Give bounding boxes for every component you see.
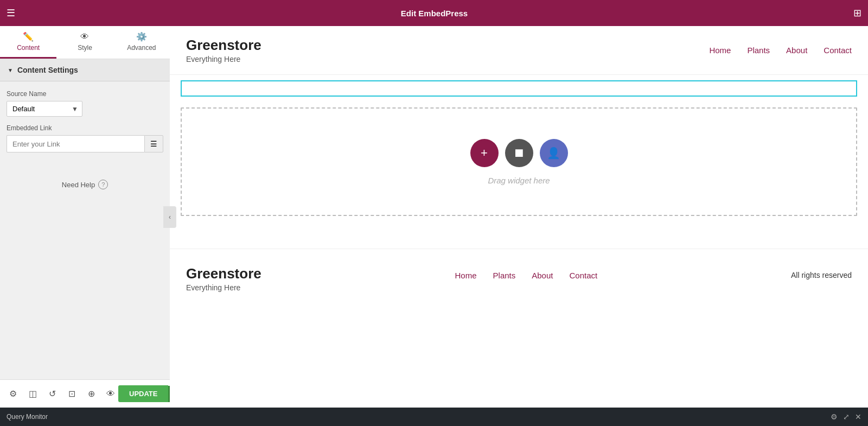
bottom-icons: ⚙ ◫ ↺ ⊡ ⊕ 👁 xyxy=(5,386,118,402)
topbar-title: Edit EmbedPress xyxy=(401,9,468,18)
section-chevron-icon: ▼ xyxy=(8,67,13,73)
right-canvas: Greenstore Everything Here Home Plants A… xyxy=(170,26,868,408)
widget-area[interactable]: + ⏹ 👤 Drag widget here xyxy=(181,107,857,216)
footer-nav-about[interactable]: About xyxy=(532,271,553,280)
qm-settings-icon[interactable]: ⚙ xyxy=(831,412,838,421)
top-bar: ☰ Edit EmbedPress ⊞ xyxy=(0,0,868,26)
footer-nav-plants[interactable]: Plants xyxy=(493,271,516,280)
history-icon[interactable]: ↺ xyxy=(44,386,60,402)
advanced-tab-label: Advanced xyxy=(127,44,156,52)
style-tab-label: Style xyxy=(78,44,92,52)
advanced-tab-icon: ⚙️ xyxy=(136,31,147,42)
link-list-button[interactable]: ☰ xyxy=(144,135,163,152)
footer-nav: Home Plants About Contact xyxy=(455,271,598,280)
update-button[interactable]: UPDATE xyxy=(118,385,168,402)
qm-right-icons: ⚙ ⤢ ✕ xyxy=(831,412,861,421)
collapse-handle[interactable]: ‹ xyxy=(163,206,176,228)
add-widget-button[interactable]: + xyxy=(470,139,499,167)
nav-home[interactable]: Home xyxy=(709,46,731,55)
style-tab-icon: 👁 xyxy=(80,32,89,42)
link-input[interactable] xyxy=(7,135,144,152)
media-widget-button[interactable]: ⏹ xyxy=(505,139,533,167)
navigate-icon[interactable]: ⊕ xyxy=(84,386,99,402)
qm-close-icon[interactable]: ✕ xyxy=(855,412,861,421)
footer-logo-name: Greenstore xyxy=(186,265,261,282)
embedded-link-label: Embedded Link xyxy=(7,124,163,132)
drag-hint: Drag widget here xyxy=(488,176,550,185)
qm-resize-icon[interactable]: ⤢ xyxy=(843,412,850,421)
site-header: Greenstore Everything Here Home Plants A… xyxy=(170,26,868,75)
content-tab-icon: ✏️ xyxy=(23,31,34,42)
bottom-toolbar: ⚙ ◫ ↺ ⊡ ⊕ 👁 UPDATE ▲ xyxy=(0,379,170,408)
site-logo: Greenstore Everything Here xyxy=(186,37,261,63)
hamburger-icon[interactable]: ☰ xyxy=(7,7,15,19)
need-help-section[interactable]: Need Help ? xyxy=(0,169,170,200)
template-icon[interactable]: ⊡ xyxy=(64,386,79,402)
site-footer: Greenstore Everything Here Home Plants A… xyxy=(170,249,868,308)
source-name-label: Source Name xyxy=(7,90,163,98)
preview-icon[interactable]: 👁 xyxy=(103,386,118,402)
footer-logo-tagline: Everything Here xyxy=(186,283,261,292)
content-settings-header[interactable]: ▼ Content Settings xyxy=(0,59,170,81)
query-monitor-bar: Query Monitor ⚙ ⤢ ✕ xyxy=(0,408,868,426)
tab-content[interactable]: ✏️ Content xyxy=(0,26,56,59)
panel-content: ▼ Content Settings Source Name Default ▼… xyxy=(0,59,170,379)
source-name-select[interactable]: Default xyxy=(7,101,82,117)
source-name-field: Source Name Default ▼ xyxy=(7,90,163,117)
nav-plants[interactable]: Plants xyxy=(747,46,770,55)
left-panel: ✏️ Content 👁 Style ⚙️ Advanced ▼ Content… xyxy=(0,26,170,408)
user-widget-button[interactable]: 👤 xyxy=(540,139,568,167)
footer-nav-contact[interactable]: Contact xyxy=(569,271,597,280)
footer-logo: Greenstore Everything Here xyxy=(186,265,261,292)
tabs-bar: ✏️ Content 👁 Style ⚙️ Advanced xyxy=(0,26,170,59)
nav-contact[interactable]: Contact xyxy=(824,46,852,55)
tab-style[interactable]: 👁 Style xyxy=(56,26,113,59)
settings-icon[interactable]: ⚙ xyxy=(5,386,21,402)
grid-icon[interactable]: ⊞ xyxy=(853,7,861,19)
tab-advanced[interactable]: ⚙️ Advanced xyxy=(113,26,170,59)
footer-rights: All rights reserved xyxy=(791,271,852,279)
nav-about[interactable]: About xyxy=(786,46,807,55)
need-help-label: Need Help xyxy=(62,181,95,189)
widget-buttons: + ⏹ 👤 xyxy=(470,139,568,167)
selection-bar xyxy=(181,80,857,97)
content-settings-label: Content Settings xyxy=(17,66,78,74)
help-circle-icon: ? xyxy=(98,180,108,189)
embedded-link-field: Embedded Link ☰ xyxy=(7,124,163,152)
layers-icon[interactable]: ◫ xyxy=(25,386,40,402)
site-logo-name: Greenstore xyxy=(186,37,261,54)
query-monitor-label: Query Monitor xyxy=(7,413,48,421)
footer-nav-home[interactable]: Home xyxy=(455,271,477,280)
site-logo-tagline: Everything Here xyxy=(186,55,261,63)
section-body: Source Name Default ▼ Embedded Link ☰ xyxy=(0,81,170,169)
site-nav: Home Plants About Contact xyxy=(709,46,852,55)
content-tab-label: Content xyxy=(17,44,40,52)
